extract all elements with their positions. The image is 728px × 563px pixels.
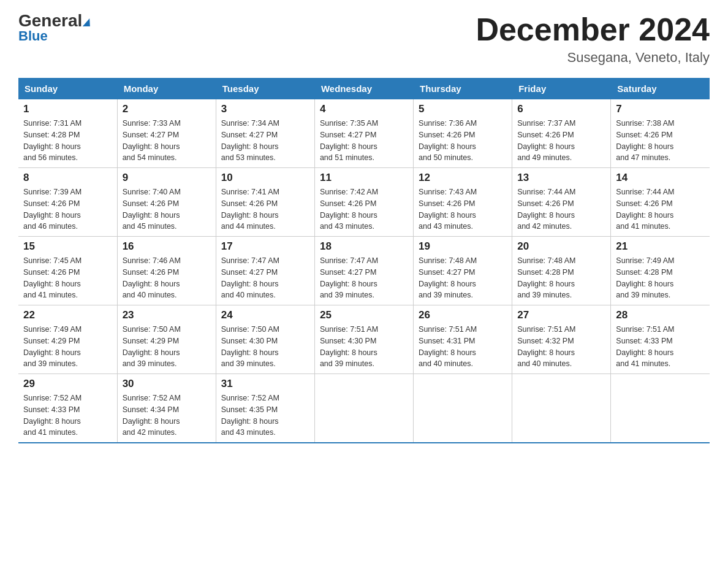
calendar-cell — [414, 374, 512, 443]
day-info: Sunrise: 7:35 AMSunset: 4:27 PMDaylight:… — [320, 119, 378, 162]
header-day-wednesday: Wednesday — [314, 79, 413, 99]
header-row: SundayMondayTuesdayWednesdayThursdayFrid… — [18, 79, 710, 99]
week-row-1: 1 Sunrise: 7:31 AMSunset: 4:28 PMDayligh… — [18, 99, 710, 168]
day-number: 22 — [23, 309, 112, 321]
day-number: 12 — [419, 172, 507, 184]
day-info: Sunrise: 7:49 AMSunset: 4:29 PMDaylight:… — [23, 325, 82, 368]
day-number: 28 — [616, 309, 705, 321]
calendar-cell — [611, 374, 710, 443]
calendar-cell: 4 Sunrise: 7:35 AMSunset: 4:27 PMDayligh… — [314, 99, 413, 168]
calendar-cell: 17 Sunrise: 7:47 AMSunset: 4:27 PMDaylig… — [216, 237, 314, 305]
calendar-cell: 6 Sunrise: 7:37 AMSunset: 4:26 PMDayligh… — [512, 99, 611, 168]
day-number: 21 — [616, 240, 705, 253]
page-header: General Blue December 2024 Susegana, Ven… — [18, 12, 710, 66]
day-info: Sunrise: 7:47 AMSunset: 4:27 PMDaylight:… — [320, 256, 378, 299]
day-info: Sunrise: 7:34 AMSunset: 4:27 PMDaylight:… — [221, 119, 279, 162]
day-info: Sunrise: 7:37 AMSunset: 4:26 PMDaylight:… — [517, 119, 575, 162]
day-info: Sunrise: 7:40 AMSunset: 4:26 PMDaylight:… — [123, 188, 181, 231]
week-row-5: 29 Sunrise: 7:52 AMSunset: 4:33 PMDaylig… — [18, 374, 710, 443]
day-info: Sunrise: 7:51 AMSunset: 4:31 PMDaylight:… — [419, 325, 477, 368]
calendar-cell: 30 Sunrise: 7:52 AMSunset: 4:34 PMDaylig… — [117, 374, 216, 443]
day-number: 23 — [123, 309, 211, 321]
day-info: Sunrise: 7:43 AMSunset: 4:26 PMDaylight:… — [419, 188, 477, 231]
day-number: 25 — [320, 309, 408, 321]
calendar-cell: 2 Sunrise: 7:33 AMSunset: 4:27 PMDayligh… — [117, 99, 216, 168]
location: Susegana, Veneto, Italy — [476, 50, 710, 66]
day-number: 15 — [23, 240, 112, 253]
header-day-thursday: Thursday — [414, 79, 512, 99]
day-info: Sunrise: 7:51 AMSunset: 4:32 PMDaylight:… — [517, 325, 575, 368]
calendar-cell: 21 Sunrise: 7:49 AMSunset: 4:28 PMDaylig… — [611, 237, 710, 305]
day-info: Sunrise: 7:52 AMSunset: 4:34 PMDaylight:… — [123, 394, 181, 437]
day-number: 26 — [419, 309, 507, 321]
header-day-sunday: Sunday — [18, 79, 117, 99]
day-number: 27 — [517, 309, 605, 321]
calendar-cell: 15 Sunrise: 7:45 AMSunset: 4:26 PMDaylig… — [18, 237, 117, 305]
day-info: Sunrise: 7:50 AMSunset: 4:29 PMDaylight:… — [123, 325, 181, 368]
calendar-cell: 27 Sunrise: 7:51 AMSunset: 4:32 PMDaylig… — [512, 305, 611, 374]
month-title: December 2024 — [476, 12, 710, 47]
calendar-cell: 31 Sunrise: 7:52 AMSunset: 4:35 PMDaylig… — [216, 374, 314, 443]
day-info: Sunrise: 7:52 AMSunset: 4:33 PMDaylight:… — [23, 394, 82, 437]
calendar-cell: 16 Sunrise: 7:46 AMSunset: 4:26 PMDaylig… — [117, 237, 216, 305]
calendar-cell: 20 Sunrise: 7:48 AMSunset: 4:28 PMDaylig… — [512, 237, 611, 305]
day-number: 9 — [123, 172, 211, 184]
calendar-cell: 19 Sunrise: 7:48 AMSunset: 4:27 PMDaylig… — [414, 237, 512, 305]
calendar-cell — [314, 374, 413, 443]
day-number: 29 — [23, 378, 112, 390]
day-number: 14 — [616, 172, 705, 184]
header-day-friday: Friday — [512, 79, 611, 99]
day-info: Sunrise: 7:48 AMSunset: 4:27 PMDaylight:… — [419, 256, 477, 299]
day-number: 4 — [320, 103, 408, 115]
day-number: 8 — [23, 172, 112, 184]
calendar-cell: 10 Sunrise: 7:41 AMSunset: 4:26 PMDaylig… — [216, 168, 314, 237]
day-info: Sunrise: 7:46 AMSunset: 4:26 PMDaylight:… — [123, 256, 181, 299]
logo-blue: Blue — [18, 28, 48, 44]
calendar-cell: 13 Sunrise: 7:44 AMSunset: 4:26 PMDaylig… — [512, 168, 611, 237]
calendar-cell: 18 Sunrise: 7:47 AMSunset: 4:27 PMDaylig… — [314, 237, 413, 305]
logo-general: General — [18, 12, 91, 29]
week-row-2: 8 Sunrise: 7:39 AMSunset: 4:26 PMDayligh… — [18, 168, 710, 237]
day-info: Sunrise: 7:36 AMSunset: 4:26 PMDaylight:… — [419, 119, 477, 162]
day-number: 16 — [123, 240, 211, 253]
day-number: 18 — [320, 240, 408, 253]
calendar-cell: 23 Sunrise: 7:50 AMSunset: 4:29 PMDaylig… — [117, 305, 216, 374]
calendar-cell: 25 Sunrise: 7:51 AMSunset: 4:30 PMDaylig… — [314, 305, 413, 374]
day-number: 5 — [419, 103, 507, 115]
title-area: December 2024 Susegana, Veneto, Italy — [476, 12, 710, 66]
day-info: Sunrise: 7:45 AMSunset: 4:26 PMDaylight:… — [23, 256, 82, 299]
day-info: Sunrise: 7:31 AMSunset: 4:28 PMDaylight:… — [23, 119, 82, 162]
day-info: Sunrise: 7:51 AMSunset: 4:30 PMDaylight:… — [320, 325, 378, 368]
day-info: Sunrise: 7:33 AMSunset: 4:27 PMDaylight:… — [123, 119, 181, 162]
day-info: Sunrise: 7:52 AMSunset: 4:35 PMDaylight:… — [221, 394, 279, 437]
week-row-4: 22 Sunrise: 7:49 AMSunset: 4:29 PMDaylig… — [18, 305, 710, 374]
day-info: Sunrise: 7:50 AMSunset: 4:30 PMDaylight:… — [221, 325, 279, 368]
header-day-saturday: Saturday — [611, 79, 710, 99]
calendar-cell: 26 Sunrise: 7:51 AMSunset: 4:31 PMDaylig… — [414, 305, 512, 374]
day-number: 3 — [221, 103, 309, 115]
day-info: Sunrise: 7:51 AMSunset: 4:33 PMDaylight:… — [616, 325, 674, 368]
header-day-tuesday: Tuesday — [216, 79, 314, 99]
logo: General Blue — [18, 12, 91, 44]
calendar-cell: 5 Sunrise: 7:36 AMSunset: 4:26 PMDayligh… — [414, 99, 512, 168]
calendar-cell: 11 Sunrise: 7:42 AMSunset: 4:26 PMDaylig… — [314, 168, 413, 237]
calendar-table: SundayMondayTuesdayWednesdayThursdayFrid… — [18, 78, 710, 443]
day-number: 17 — [221, 240, 309, 253]
day-number: 31 — [221, 378, 309, 390]
calendar-cell: 28 Sunrise: 7:51 AMSunset: 4:33 PMDaylig… — [611, 305, 710, 374]
calendar-cell: 7 Sunrise: 7:38 AMSunset: 4:26 PMDayligh… — [611, 99, 710, 168]
day-number: 7 — [616, 103, 705, 115]
calendar-cell: 22 Sunrise: 7:49 AMSunset: 4:29 PMDaylig… — [18, 305, 117, 374]
day-number: 2 — [123, 103, 211, 115]
day-info: Sunrise: 7:44 AMSunset: 4:26 PMDaylight:… — [517, 188, 575, 231]
day-number: 6 — [517, 103, 605, 115]
day-number: 13 — [517, 172, 605, 184]
week-row-3: 15 Sunrise: 7:45 AMSunset: 4:26 PMDaylig… — [18, 237, 710, 305]
day-info: Sunrise: 7:44 AMSunset: 4:26 PMDaylight:… — [616, 188, 674, 231]
day-info: Sunrise: 7:47 AMSunset: 4:27 PMDaylight:… — [221, 256, 279, 299]
day-number: 24 — [221, 309, 309, 321]
day-info: Sunrise: 7:39 AMSunset: 4:26 PMDaylight:… — [23, 188, 82, 231]
calendar-cell: 1 Sunrise: 7:31 AMSunset: 4:28 PMDayligh… — [18, 99, 117, 168]
day-info: Sunrise: 7:38 AMSunset: 4:26 PMDaylight:… — [616, 119, 674, 162]
day-number: 30 — [123, 378, 211, 390]
